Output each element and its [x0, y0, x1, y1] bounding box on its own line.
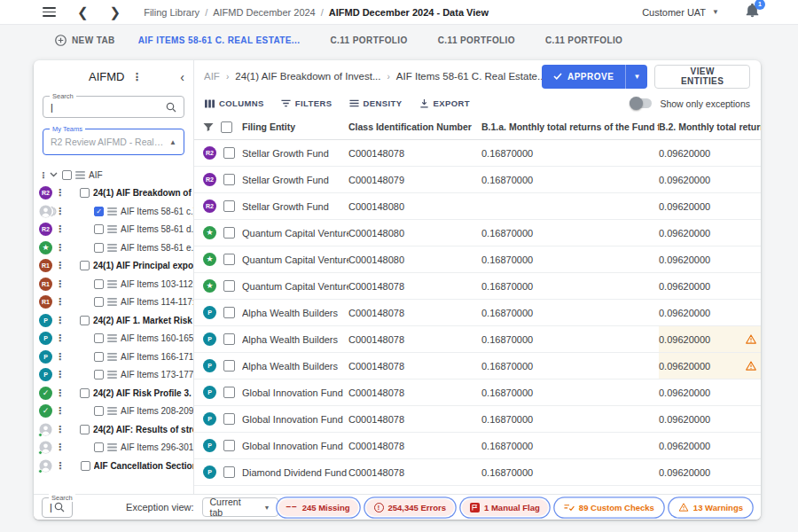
tree-checkbox[interactable] — [94, 370, 104, 379]
breadcrumb-item[interactable]: 24(1) AIF Breakdown of Invest... — [235, 71, 380, 82]
tab[interactable]: C.11 PORTFOLIO — [330, 35, 407, 45]
table-row[interactable]: ★Quantum Capital VenturesC0001480800.168… — [194, 246, 761, 273]
table-row[interactable]: R2Stellar Growth FundC0001480780.1687000… — [194, 140, 761, 167]
column-header-class-id[interactable]: Class Identification Number — [348, 121, 481, 132]
kebab-icon[interactable]: ⋮ — [55, 352, 65, 362]
tree-checkbox[interactable] — [94, 406, 104, 416]
chip-errors[interactable]: !254,345 Errors — [366, 499, 455, 516]
row-checkbox[interactable] — [223, 333, 235, 345]
table-row[interactable]: PAlpha Wealth BuildersC0001480780.168700… — [194, 353, 761, 379]
kebab-icon[interactable]: ⋮ — [55, 188, 65, 198]
kebab-icon[interactable]: ⋮ — [55, 279, 65, 289]
footer-search-input[interactable]: Search | — [42, 497, 73, 518]
tree-checkbox[interactable] — [94, 279, 104, 289]
tree-item[interactable]: P⋮AIF Items 166-171 b.)... — [34, 348, 193, 366]
show-only-exceptions-toggle[interactable] — [630, 98, 652, 108]
chip-flag[interactable]: 1 Manual Flag — [462, 499, 548, 516]
new-tab-button[interactable]: NEW TAB — [55, 35, 115, 46]
row-checkbox[interactable] — [223, 440, 235, 451]
tab[interactable]: C.11 PORTFOLIO — [438, 35, 515, 45]
tab[interactable]: C.11 PORTFOLIO — [545, 35, 622, 45]
chip-missing[interactable]: ––245 Missing — [278, 499, 358, 516]
notifications-button[interactable]: 1 — [746, 4, 759, 21]
column-header-b2[interactable]: B.2. Monthly total returns of th — [659, 121, 761, 132]
chip-warnings[interactable]: 13 Warnings — [670, 499, 751, 516]
approve-button[interactable]: APPROVE ▼ — [542, 65, 647, 89]
exception-view-select[interactable]: Current tab ▼ — [202, 497, 278, 517]
row-checkbox[interactable] — [223, 200, 235, 212]
table-row[interactable]: ★Quantum Capital VenturesC0001480780.168… — [194, 273, 761, 300]
table-row[interactable]: R2Stellar Growth FundC0001480800.0962000… — [194, 193, 761, 220]
table-row[interactable]: PAlpha Wealth BuildersC0001480780.168700… — [194, 300, 761, 326]
kebab-icon[interactable]: ⋮ — [55, 461, 66, 471]
breadcrumb-item[interactable]: Filing Library — [144, 7, 200, 18]
kebab-icon[interactable]: ⋮ — [55, 316, 65, 325]
tree-checkbox[interactable] — [94, 207, 104, 216]
tree-checkbox[interactable] — [80, 425, 90, 434]
tree-checkbox[interactable] — [94, 442, 104, 452]
columns-button[interactable]: COLUMNS — [205, 98, 264, 108]
filter-funnel-icon[interactable] — [203, 122, 214, 132]
tree-checkbox[interactable] — [81, 461, 90, 471]
tree-item[interactable]: ★⋮AIF Items 58-61 e.) Ot... — [34, 239, 193, 257]
table-row[interactable]: PAlpha Wealth BuildersC0001480780.168700… — [194, 326, 761, 353]
kebab-icon[interactable]: ⋮ — [55, 442, 65, 452]
column-header-filing-entity[interactable]: Filing Entity — [242, 121, 348, 132]
breadcrumb-item[interactable]: AIF — [204, 71, 220, 82]
tree-checkbox[interactable] — [94, 352, 104, 362]
row-checkbox[interactable] — [223, 254, 235, 265]
row-checkbox[interactable] — [223, 387, 235, 398]
tree-item[interactable]: P⋮24(2) AIF 1. Market Risk Pr... — [34, 311, 193, 330]
kebab-icon[interactable]: ⋮ — [55, 425, 65, 434]
user-menu[interactable]: Customer UAT ▼ — [642, 7, 719, 18]
kebab-icon[interactable]: ⋮ — [55, 388, 65, 398]
tree-checkbox[interactable] — [62, 170, 72, 180]
tree-item[interactable]: ⋮24(2) AIF: Results of stress... — [34, 420, 193, 439]
tree-checkbox[interactable] — [80, 316, 90, 325]
view-entities-button[interactable]: VIEW ENTITIES — [654, 65, 750, 89]
kebab-icon[interactable]: ⋮ — [55, 261, 65, 270]
sidebar-search-input[interactable]: Search | — [43, 96, 184, 118]
tree-item[interactable]: ✓⋮24(2) AIF Risk Profile 3. Liq... — [34, 384, 193, 403]
kebab-icon[interactable]: ⋮ — [55, 224, 65, 234]
forward-icon[interactable]: ❯ — [110, 5, 121, 19]
tree-item[interactable]: R1⋮24(1) AIF Principal exposur... — [34, 257, 193, 276]
row-checkbox[interactable] — [223, 227, 235, 239]
menu-icon[interactable] — [43, 7, 56, 17]
drag-handle-icon[interactable]: ⋮ — [39, 170, 50, 180]
tree-item[interactable]: P⋮AIF Items 160-165 a.)... — [34, 330, 193, 348]
back-icon[interactable]: ❮ — [77, 5, 89, 19]
breadcrumb-item[interactable]: AIFMD December 2024 — [213, 7, 316, 18]
approve-dropdown-button[interactable]: ▼ — [625, 65, 647, 89]
table-row[interactable]: R2Stellar Growth FundC0001480790.1687000… — [194, 167, 761, 193]
tree-checkbox[interactable] — [94, 333, 104, 343]
chip-checks[interactable]: 89 Custom Checks — [556, 499, 662, 516]
row-checkbox[interactable] — [223, 174, 235, 185]
kebab-icon[interactable]: ⋮ — [55, 297, 65, 307]
row-checkbox[interactable] — [223, 280, 235, 292]
select-all-checkbox[interactable] — [221, 121, 232, 133]
tree-checkbox[interactable] — [80, 188, 90, 198]
tree-item[interactable]: ⋮AIF Items 58-61 c.)... — [34, 202, 193, 221]
chevron-down-icon[interactable] — [50, 172, 62, 177]
tab[interactable]: AIF ITEMS 58-61 C. REAL ESTATE... — [138, 35, 301, 45]
tree-checkbox[interactable] — [80, 261, 90, 270]
tree-checkbox[interactable] — [94, 224, 104, 234]
tree-item[interactable]: R2⋮24(1) AIF Breakdown of Inv... — [34, 184, 193, 203]
my-teams-select[interactable]: My Teams R2 Review AIFMD - Real Estate ▲ — [43, 129, 184, 155]
row-checkbox[interactable] — [223, 413, 235, 425]
tree-item[interactable]: P⋮AIF Items 173-177 b.)... — [34, 366, 193, 385]
tree-checkbox[interactable] — [80, 388, 90, 398]
table-row[interactable]: PGlobal Innovation FundC0001480780.16870… — [194, 379, 761, 406]
table-row[interactable]: PDiamond Dividend FundC0001480780.168700… — [194, 459, 761, 486]
kebab-icon[interactable]: ⋮ — [131, 72, 142, 82]
row-checkbox[interactable] — [223, 307, 235, 318]
tree-item[interactable]: ⋮AIF Cancellation Section — [34, 457, 193, 475]
kebab-icon[interactable]: ⋮ — [55, 406, 65, 416]
tree-item[interactable]: R1⋮AIF Items 103-112: Fiv... — [34, 275, 193, 293]
kebab-icon[interactable]: ⋮ — [55, 370, 65, 379]
density-button[interactable]: DENSITY — [349, 98, 403, 108]
tree-checkbox[interactable] — [94, 243, 104, 253]
tree-checkbox[interactable] — [94, 297, 104, 307]
collapse-sidebar-icon[interactable]: ‹ — [180, 71, 184, 83]
